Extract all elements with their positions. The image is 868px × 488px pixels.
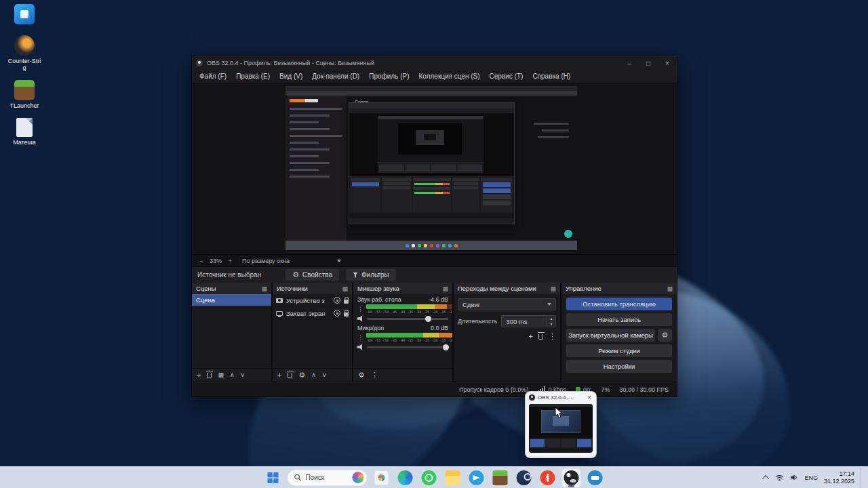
slider-handle[interactable] [425, 316, 431, 322]
preview-area[interactable]: Созда [192, 83, 677, 254]
volume-slider[interactable] [367, 344, 448, 350]
maximize-button[interactable]: □ [639, 56, 658, 70]
menu-item-edit[interactable]: Правка (E) [231, 73, 275, 80]
zoom-in-button[interactable]: + [226, 258, 234, 264]
scene-up-button[interactable]: ∧ [230, 372, 235, 378]
virtual-camera-button[interactable]: Запуск виртуальной камеры [566, 329, 655, 342]
add-source-button[interactable]: + [277, 371, 281, 379]
taskbar-icon-steam[interactable] [515, 468, 534, 487]
dock-menu-icon[interactable]: ▦ [667, 285, 673, 292]
taskbar-icon-obs[interactable] [562, 468, 581, 487]
transition-select[interactable]: Сдвиг [458, 298, 556, 310]
dock-menu-icon[interactable]: ▦ [342, 285, 348, 292]
telegram-icon [469, 470, 484, 485]
titlebar[interactable]: OBS 32.0.4 - Профиль: Безымянный - Сцены… [192, 56, 677, 70]
menu-item-scene-collection[interactable]: Коллекция сцен (S) [414, 73, 484, 80]
search-highlight-icon[interactable] [353, 472, 364, 483]
start-recording-button[interactable]: Начать запись [566, 313, 672, 326]
studio-mode-button[interactable]: Режим студии [566, 344, 672, 357]
transition-props-button[interactable]: ⋮ [549, 333, 556, 340]
mixer-menu-button[interactable]: ⋮ [371, 371, 378, 379]
scene-filters-button[interactable]: ▦ [218, 372, 224, 378]
add-transition-button[interactable]: + [529, 333, 533, 340]
popup-close-button[interactable]: × [586, 394, 593, 401]
show-desktop-button[interactable] [861, 467, 863, 488]
speaker-icon[interactable] [357, 344, 364, 350]
remove-source-button[interactable] [288, 373, 292, 378]
advanced-audio-button[interactable]: ⚙ [358, 371, 365, 379]
remove-transition-button[interactable] [538, 334, 543, 340]
taskbar-icon-whatsapp[interactable] [420, 468, 439, 487]
channel-options-icon[interactable]: ⋮ [357, 335, 363, 341]
taskbar-icon-telegram[interactable] [467, 468, 486, 487]
desktop-icon-app[interactable] [3, 4, 46, 26]
app-box-icon [14, 4, 35, 24]
wifi-icon[interactable] [775, 474, 784, 481]
visibility-eye-icon[interactable] [334, 310, 340, 317]
source-up-button[interactable]: ∧ [311, 372, 316, 378]
volume-icon[interactable] [790, 474, 798, 481]
desktop-icon-folder[interactable]: Матеша [3, 118, 46, 146]
close-button[interactable]: × [658, 56, 677, 70]
remove-scene-button[interactable] [207, 373, 212, 378]
scenes-header[interactable]: Сцены ▦ [192, 283, 271, 294]
language-indicator[interactable]: ENG [804, 474, 818, 481]
speaker-icon[interactable] [357, 316, 364, 322]
properties-button[interactable]: ⚙ Свойства [285, 269, 339, 281]
fit-mode-dropdown[interactable]: По размеру окна [238, 257, 345, 265]
sources-list: Устройство з Захват экран [273, 294, 352, 368]
source-row-device[interactable]: Устройство з [273, 294, 352, 307]
transitions-header[interactable]: Переходы между сценами ▦ [454, 283, 560, 294]
menu-item-help[interactable]: Справка (H) [528, 73, 575, 80]
zoom-out-button[interactable]: − [197, 258, 205, 264]
scene-item-selected[interactable]: Сцена [192, 294, 271, 306]
menu-item-file[interactable]: Файл (F) [195, 73, 231, 80]
obs-logo-icon [529, 394, 535, 401]
taskbar-icon-yandex[interactable] [538, 468, 557, 487]
source-properties-button[interactable]: ⚙ [298, 371, 305, 379]
virtual-camera-config-button[interactable]: ⚙ [658, 329, 672, 342]
source-row-display[interactable]: Захват экран [273, 307, 352, 320]
duration-spinner[interactable]: 300 ms ▲ ▼ [501, 315, 556, 327]
channel-options-icon[interactable]: ⋮ [357, 306, 363, 312]
stop-streaming-button[interactable]: Остановить трансляцию [566, 298, 672, 310]
desktop-icon-counter-strike[interactable]: Counter-Stri g [3, 35, 46, 71]
taskbar-icon-explorer[interactable] [443, 468, 462, 487]
search-input[interactable]: Поиск [288, 470, 368, 486]
taskbar-icon-photos[interactable] [372, 468, 391, 487]
mixer-channel-mic: Микр/доп 0.0 dB ⋮ -60 -55 -50 -45 -40 -3… [357, 325, 448, 350]
scene-down-button[interactable]: ∨ [241, 372, 245, 378]
desktop-icon-tlauncher[interactable]: TLauncher [3, 80, 46, 109]
spin-down-icon[interactable]: ▼ [547, 321, 555, 327]
volume-slider[interactable] [367, 315, 448, 322]
clock[interactable]: 17:14 31.12.2025 [824, 470, 854, 485]
search-icon [294, 474, 302, 481]
desktop-icon-label: Counter-Stri g [5, 58, 43, 71]
source-down-button[interactable]: ∨ [322, 372, 327, 378]
taskbar-icon-edge[interactable] [396, 468, 415, 487]
menu-item-docks[interactable]: Док-панели (D) [307, 73, 364, 80]
slider-handle[interactable] [443, 344, 449, 350]
start-button[interactable] [264, 468, 283, 487]
controls-header[interactable]: Управление ▦ [561, 283, 677, 294]
taskbar-icon-vk[interactable] [586, 468, 605, 487]
taskbar-icon-minecraft[interactable] [491, 468, 510, 487]
menu-item-tools[interactable]: Сервис (T) [485, 73, 528, 80]
tray-overflow-chevron-icon[interactable] [763, 475, 770, 482]
dock-menu-icon[interactable]: ▦ [550, 285, 556, 292]
settings-button[interactable]: Настройки [566, 360, 672, 373]
taskbar-thumbnail-popup[interactable]: OBS 32.0.4 -... × [525, 391, 597, 458]
add-scene-button[interactable]: + [197, 371, 201, 379]
spin-up-icon[interactable]: ▲ [547, 316, 555, 321]
dock-menu-icon[interactable]: ▦ [261, 285, 267, 292]
filters-button[interactable]: Фильтры [346, 269, 396, 281]
minimize-button[interactable]: – [620, 56, 639, 70]
menu-item-profile[interactable]: Профиль (P) [364, 73, 414, 80]
lock-icon[interactable] [344, 300, 349, 304]
mixer-header[interactable]: Микшер звука ▦ [353, 283, 452, 294]
visibility-eye-icon[interactable] [334, 297, 340, 304]
lock-icon[interactable] [344, 312, 349, 317]
menu-item-view[interactable]: Вид (V) [275, 73, 307, 80]
sources-header[interactable]: Источники ▦ [273, 283, 352, 294]
dock-menu-icon[interactable]: ▦ [442, 285, 448, 292]
